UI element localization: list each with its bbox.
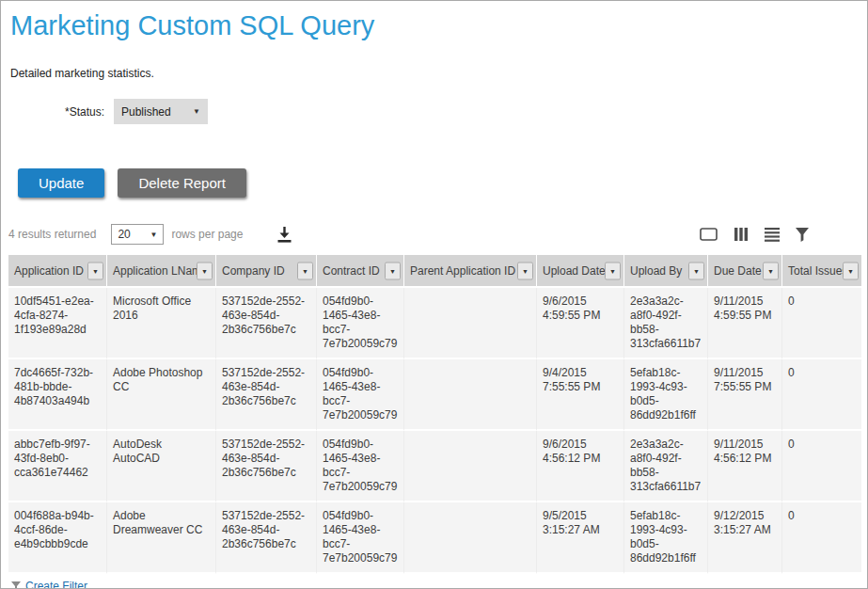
report-page: Marketing Custom SQL Query Detailed mark… bbox=[0, 0, 868, 589]
column-header-contract-id[interactable]: Contract ID ▼ bbox=[317, 255, 404, 288]
table-cell: 004f688a-b94b-4ccf-86de-e4b9cbbb9cde bbox=[8, 502, 107, 574]
chevron-down-icon: ▼ bbox=[847, 267, 854, 274]
table-row: 004f688a-b94b-4ccf-86de-e4b9cbbb9cde Ado… bbox=[8, 502, 861, 574]
table-cell: 10df5451-e2ea-4cfa-8274-1f193e89a28d bbox=[8, 288, 107, 359]
column-filter-button[interactable]: ▼ bbox=[517, 262, 533, 279]
delete-report-button[interactable]: Delete Report bbox=[118, 168, 246, 198]
column-header-company-id[interactable]: Company ID ▼ bbox=[216, 255, 317, 288]
table-cell: 0 bbox=[782, 359, 861, 431]
export-icon[interactable] bbox=[699, 226, 719, 243]
table-cell: 054fd9b0-1465-43e8-bcc7-7e7b20059c79 bbox=[317, 288, 404, 359]
column-filter-button[interactable]: ▼ bbox=[688, 262, 704, 279]
create-filter-label: Create Filter bbox=[25, 580, 87, 589]
filter-icon[interactable] bbox=[794, 226, 811, 243]
grid-toolbar: 4 results returned 20 ▼ rows per page bbox=[8, 223, 860, 246]
column-filter-button[interactable]: ▼ bbox=[605, 262, 621, 279]
column-header-application-lname[interactable]: Application LName ▼ bbox=[107, 255, 216, 288]
chevron-down-icon: ▼ bbox=[150, 231, 157, 239]
table-cell: 9/11/2015 4:59:55 PM bbox=[708, 288, 782, 359]
table-cell: 2e3a3a2c-a8f0-492f-bb58-313cfa6611b7 bbox=[624, 431, 708, 502]
chevron-down-icon: ▼ bbox=[193, 107, 200, 116]
page-size-select[interactable]: 20 ▼ bbox=[111, 224, 164, 245]
table-cell: 9/12/2015 3:15:27 AM bbox=[708, 502, 782, 574]
chevron-down-icon: ▼ bbox=[522, 267, 529, 274]
column-header-label: Total Issues bbox=[788, 264, 847, 278]
column-filter-button[interactable]: ▼ bbox=[385, 262, 401, 279]
table-cell: 7dc4665f-732b-481b-bbde-4b87403a494b bbox=[8, 359, 107, 431]
table-cell: 0 bbox=[782, 431, 861, 502]
chevron-down-icon: ▼ bbox=[201, 267, 208, 274]
table-cell: Adobe Dreamweaver CC bbox=[107, 502, 216, 574]
table-cell: 9/5/2015 3:15:27 AM bbox=[537, 502, 624, 574]
page-subtitle: Detailed marketing statistics. bbox=[10, 67, 860, 80]
table-cell: 9/6/2015 4:56:12 PM bbox=[537, 431, 624, 502]
download-icon[interactable] bbox=[275, 226, 294, 244]
update-button[interactable]: Update bbox=[18, 168, 104, 198]
chevron-down-icon: ▼ bbox=[302, 267, 308, 274]
column-header-label: Due Date bbox=[714, 264, 762, 278]
column-header-parent-application-id[interactable]: Parent Application ID ▼ bbox=[404, 255, 537, 288]
table-cell: 9/4/2015 7:55:55 PM bbox=[537, 359, 624, 431]
column-header-upload-date[interactable]: Upload Date ▼ bbox=[537, 255, 624, 288]
table-cell: 054fd9b0-1465-43e8-bcc7-7e7b20059c79 bbox=[317, 502, 404, 574]
table-cell: 9/11/2015 4:56:12 PM bbox=[708, 431, 782, 502]
table-cell: 054fd9b0-1465-43e8-bcc7-7e7b20059c79 bbox=[317, 431, 404, 502]
status-label: *Status: bbox=[8, 105, 114, 119]
rows-per-page-label: rows per page bbox=[171, 228, 243, 241]
table-cell: 0 bbox=[782, 502, 861, 574]
results-count-text: 4 results returned bbox=[8, 228, 96, 241]
results-table: Application ID ▼ Application LName ▼ Com… bbox=[8, 255, 861, 574]
table-cell bbox=[404, 431, 537, 502]
table-row: 7dc4665f-732b-481b-bbde-4b87403a494b Ado… bbox=[8, 359, 861, 431]
column-filter-button[interactable]: ▼ bbox=[763, 262, 779, 279]
table-cell: 0 bbox=[782, 288, 861, 359]
column-filter-button[interactable]: ▼ bbox=[197, 262, 213, 279]
chevron-down-icon: ▼ bbox=[693, 267, 700, 274]
table-cell: 5efab18c-1993-4c93-b0d5-86dd92b1f6ff bbox=[624, 359, 708, 431]
chevron-down-icon: ▼ bbox=[609, 267, 616, 274]
column-header-application-id[interactable]: Application ID ▼ bbox=[8, 255, 107, 288]
chevron-down-icon: ▼ bbox=[389, 267, 396, 274]
table-cell: 2e3a3a2c-a8f0-492f-bb58-313cfa6611b7 bbox=[624, 288, 708, 359]
table-cell bbox=[404, 288, 537, 359]
grid-icon-group bbox=[699, 226, 811, 243]
page-title: Marketing Custom SQL Query bbox=[10, 8, 860, 42]
status-select[interactable]: Published ▼ bbox=[114, 99, 208, 124]
column-header-label: Company ID bbox=[222, 264, 285, 278]
column-header-total-issues[interactable]: Total Issues ▼ bbox=[782, 255, 861, 288]
table-cell: 5efab18c-1993-4c93-b0d5-86dd92b1f6ff bbox=[624, 502, 708, 574]
table-cell: 537152de-2552-463e-854d-2b36c756be7c bbox=[216, 431, 317, 502]
table-cell bbox=[404, 359, 537, 431]
chevron-down-icon: ▼ bbox=[767, 267, 774, 274]
table-cell: AutoDesk AutoCAD bbox=[107, 431, 216, 502]
table-cell: Microsoft Office 2016 bbox=[107, 288, 216, 359]
column-header-upload-by[interactable]: Upload By ▼ bbox=[624, 255, 708, 288]
create-filter-link[interactable]: Create Filter bbox=[10, 580, 87, 589]
column-filter-button[interactable]: ▼ bbox=[297, 262, 313, 279]
table-cell: 537152de-2552-463e-854d-2b36c756be7c bbox=[216, 288, 317, 359]
action-buttons: Update Delete Report bbox=[18, 168, 860, 198]
column-header-label: Upload By bbox=[630, 264, 682, 278]
status-select-value: Published bbox=[121, 105, 171, 119]
table-row: abbc7efb-9f97-43fd-8eb0-cca361e74462 Aut… bbox=[8, 431, 861, 502]
header-row: Application ID ▼ Application LName ▼ Com… bbox=[8, 255, 861, 288]
status-field-row: *Status: Published ▼ bbox=[8, 99, 860, 124]
column-header-label: Parent Application ID bbox=[410, 264, 515, 278]
page-size-value: 20 bbox=[118, 228, 130, 241]
column-header-label: Application LName bbox=[113, 264, 208, 278]
table-cell bbox=[404, 502, 537, 574]
table-cell: 537152de-2552-463e-854d-2b36c756be7c bbox=[216, 502, 317, 574]
table-cell: abbc7efb-9f97-43fd-8eb0-cca361e74462 bbox=[8, 431, 107, 502]
table-cell: 054fd9b0-1465-43e8-bcc7-7e7b20059c79 bbox=[317, 359, 404, 431]
menu-icon[interactable] bbox=[763, 226, 781, 243]
column-filter-button[interactable]: ▼ bbox=[843, 262, 859, 279]
column-header-due-date[interactable]: Due Date ▼ bbox=[708, 255, 782, 288]
table-row: 10df5451-e2ea-4cfa-8274-1f193e89a28d Mic… bbox=[8, 288, 861, 359]
table-cell: 537152de-2552-463e-854d-2b36c756be7c bbox=[216, 359, 317, 431]
column-filter-button[interactable]: ▼ bbox=[87, 262, 103, 279]
table-cell: Adobe Photoshop CC bbox=[107, 359, 216, 431]
column-header-label: Application ID bbox=[14, 264, 84, 278]
table-cell: 9/6/2015 4:59:55 PM bbox=[537, 288, 624, 359]
column-header-label: Contract ID bbox=[323, 264, 380, 278]
column-chooser-icon[interactable] bbox=[732, 226, 750, 243]
